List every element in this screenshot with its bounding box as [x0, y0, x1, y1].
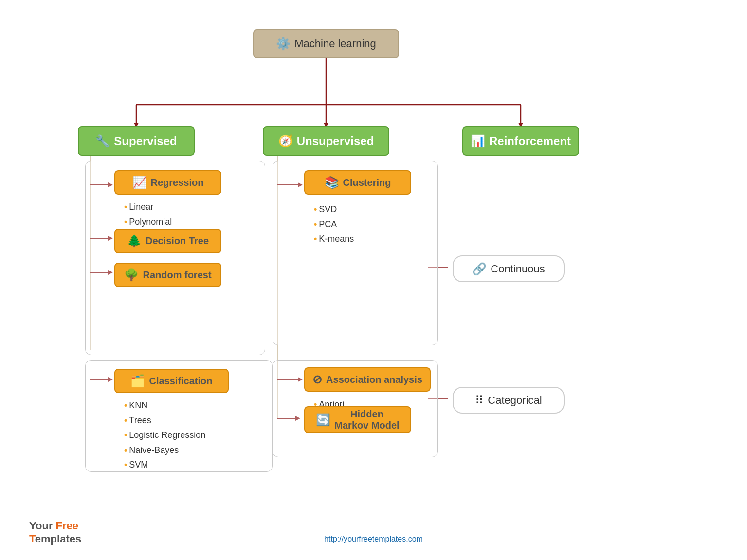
regression-label: Regression [151, 177, 204, 188]
diagram-container: ⚙️ Machine learning 🔧 Supervised 🧭 Unsup… [39, 19, 708, 511]
markov-icon: 🔄 [316, 413, 330, 427]
regression-bullets: Linear Polynomial [124, 199, 172, 229]
bullet-naive-bayes: Naive-Bayes [124, 443, 205, 458]
classification-label: Classification [149, 376, 212, 387]
association-icon: ⊘ [312, 373, 322, 386]
decision-tree-node: 🌲 Decision Tree [114, 229, 221, 253]
unsupervised-node: 🧭 Unsupervised [263, 126, 389, 156]
logo-t-icon: T [29, 533, 35, 545]
reinforcement-label: Reinforcement [489, 134, 571, 148]
clustering-label: Clustering [343, 177, 391, 188]
continuous-icon: 🔗 [472, 262, 487, 276]
classification-icon: 🗂️ [130, 374, 145, 388]
regression-node: 📈 Regression [114, 170, 221, 195]
logo-free: Free [56, 520, 78, 532]
association-node: ⊘ Association analysis [304, 367, 431, 392]
categorical-icon: ⠿ [475, 394, 484, 407]
logo-templates: emplates [35, 533, 81, 545]
bullet-trees: Trees [124, 413, 205, 428]
continuous-node: 🔗 Continuous [453, 255, 565, 282]
bullet-svd: SVD [314, 202, 354, 217]
machine-learning-node: ⚙️ Machine learning [253, 29, 399, 58]
bullet-polynomial: Polynomial [124, 215, 172, 230]
association-label: Association analysis [326, 374, 422, 385]
tree-icon: 🌲 [127, 234, 142, 248]
bullet-logistic: Logistic Regression [124, 428, 205, 443]
unsupervised-label: Unsupervised [297, 134, 374, 148]
random-forest-label: Random forest [143, 270, 211, 281]
clustering-node: 📚 Clustering [304, 170, 411, 195]
bullet-pca: PCA [314, 217, 354, 232]
classification-bullets: KNN Trees Logistic Regression Naive-Baye… [124, 398, 205, 472]
classification-node: 🗂️ Classification [114, 369, 229, 393]
categorical-label: Categorical [488, 394, 542, 407]
bullet-linear: Linear [124, 199, 172, 215]
hidden-markov-label1: Hidden [334, 409, 399, 420]
reinforcement-node: 📊 Reinforcement [462, 126, 579, 156]
random-forest-node: 🌳 Random forest [114, 263, 221, 287]
machine-learning-label: Machine learning [294, 37, 376, 50]
bullet-svm: SVM [124, 457, 205, 472]
supervised-node: 🔧 Supervised [78, 126, 195, 156]
footer-logo: Your Free Templates [29, 520, 81, 545]
footer-url[interactable]: http://yourfreetemplates.com [324, 535, 423, 543]
logo-your: Your [29, 520, 56, 532]
bullet-knn: KNN [124, 398, 205, 413]
hidden-markov-node: 🔄 Hidden Markov Model [304, 406, 411, 433]
bullet-kmeans: K-means [314, 232, 354, 247]
gear-icon: ⚙️ [276, 37, 291, 51]
hidden-markov-label2: Markov Model [334, 420, 399, 431]
supervised-label: Supervised [114, 134, 177, 148]
forest-icon: 🌳 [124, 268, 139, 282]
wrench-icon: 🔧 [95, 134, 110, 148]
chart-icon: 📊 [471, 134, 485, 148]
trending-icon: 📈 [132, 176, 147, 189]
layers-icon: 📚 [325, 176, 339, 189]
compass-icon: 🧭 [278, 134, 293, 148]
clustering-bullets: SVD PCA K-means [314, 202, 354, 247]
categorical-node: ⠿ Categorical [453, 387, 565, 414]
decision-tree-label: Decision Tree [146, 235, 209, 247]
continuous-label: Continuous [491, 263, 545, 275]
